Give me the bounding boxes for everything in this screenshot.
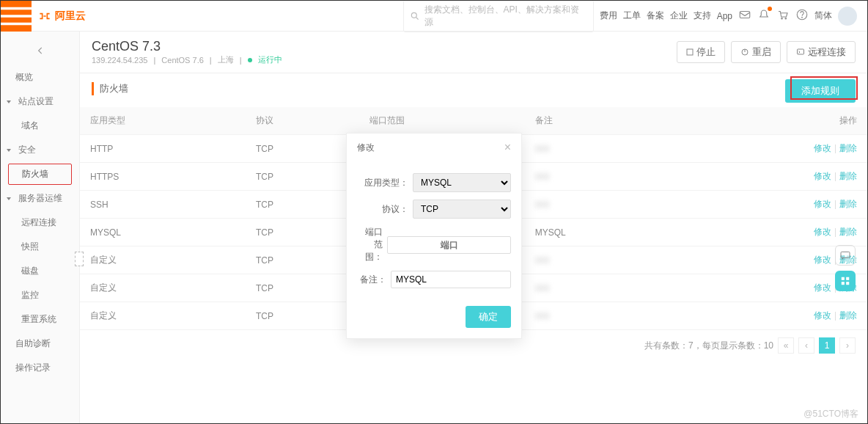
cart-icon[interactable]	[776, 8, 790, 23]
pagi-current[interactable]: 1	[819, 337, 835, 354]
logo-text: 阿里云	[55, 10, 86, 23]
svg-rect-0	[1, 7, 32, 10]
edit-link[interactable]: 修改	[814, 171, 831, 181]
delete-link[interactable]: 删除	[839, 227, 857, 237]
edit-link[interactable]: 修改	[814, 227, 831, 237]
float-apps-button[interactable]	[835, 271, 856, 291]
stop-button[interactable]: 停止	[677, 41, 725, 63]
svg-rect-14	[841, 252, 850, 257]
float-message-button[interactable]	[835, 245, 856, 266]
svg-rect-5	[740, 12, 750, 18]
sidebar-item-snapshot[interactable]: 快照	[1, 235, 79, 259]
input-port[interactable]	[387, 236, 511, 254]
sidebar: 概览 站点设置 域名 安全 防火墙 服务器运维 远程连接 快照 磁盘 监控 重置…	[1, 32, 80, 423]
toplink-ent[interactable]: 企业	[670, 10, 688, 22]
chevron-left-icon	[35, 45, 45, 56]
select-proto[interactable]: TCP	[413, 200, 511, 219]
edit-link[interactable]: 修改	[814, 255, 831, 265]
input-note[interactable]	[391, 271, 511, 288]
sidebar-item-remote[interactable]: 远程连接	[1, 211, 79, 235]
svg-point-3	[411, 12, 416, 18]
col-proto: 协议	[246, 107, 359, 135]
search-icon	[410, 11, 420, 21]
label-proto: 协议：	[357, 203, 408, 216]
svg-rect-15	[842, 277, 845, 280]
col-note: 备注	[525, 107, 677, 135]
edit-link[interactable]: 修改	[814, 282, 831, 293]
svg-point-7	[785, 18, 787, 20]
modal-ok-button[interactable]: 确定	[466, 306, 511, 328]
search-placeholder: 搜索文档、控制台、API、解决方案和资源	[424, 4, 587, 29]
edit-link[interactable]: 修改	[814, 199, 831, 209]
help-icon[interactable]	[795, 8, 809, 23]
back-button[interactable]	[1, 36, 79, 65]
pagi-prev[interactable]: ‹	[798, 337, 814, 354]
sidebar-item-security[interactable]: 安全	[1, 138, 79, 162]
svg-point-6	[781, 18, 783, 20]
status-dot-icon	[248, 58, 252, 62]
lang-switch[interactable]: 简体	[814, 10, 832, 22]
page-subtitle: 139.224.54.235| CentOS 7.6| 上海| 运行中	[92, 54, 282, 65]
sidebar-item-firewall[interactable]: 防火墙	[8, 164, 72, 185]
col-port: 端口范围	[359, 107, 525, 135]
menu-icon	[1, 1, 32, 32]
delete-link[interactable]: 删除	[839, 143, 857, 153]
logo-icon	[37, 9, 52, 23]
svg-rect-17	[842, 282, 845, 285]
label-port: 端口范围：	[357, 226, 383, 263]
sidebar-item-ops[interactable]: 服务器运维	[1, 186, 79, 211]
svg-point-9	[802, 17, 803, 18]
topbar: 阿里云 搜索文档、控制台、API、解决方案和资源 费用 工单 备案 企业 支持 …	[1, 1, 867, 32]
toplink-ticket[interactable]: 工单	[623, 10, 641, 22]
page-header: CentOS 7.3 139.224.54.235| CentOS 7.6| 上…	[80, 32, 867, 73]
bell-icon[interactable]	[757, 8, 770, 23]
svg-rect-2	[1, 22, 32, 25]
section-title: 防火墙	[92, 82, 856, 95]
delete-link[interactable]: 删除	[839, 199, 857, 209]
sidebar-item-domain[interactable]: 域名	[1, 114, 79, 138]
mail-icon[interactable]	[738, 8, 751, 23]
power-icon	[740, 48, 749, 56]
svg-rect-13	[798, 49, 804, 54]
toplink-fee[interactable]: 费用	[600, 10, 617, 22]
sidebar-item-disk[interactable]: 磁盘	[1, 259, 79, 283]
pagi-first[interactable]: «	[778, 337, 794, 354]
sidebar-resize-handle[interactable]	[75, 252, 84, 266]
sidebar-item-log[interactable]: 操作记录	[1, 356, 79, 380]
svg-rect-1	[1, 15, 32, 18]
terminal-icon	[796, 48, 805, 56]
avatar[interactable]	[838, 7, 857, 26]
sidebar-item-monitor[interactable]: 监控	[1, 283, 79, 307]
pagi-info: 共有条数：7，每页显示条数：10	[644, 340, 773, 352]
label-type: 应用类型：	[357, 177, 408, 189]
svg-line-4	[416, 17, 418, 19]
restart-button[interactable]: 重启	[731, 41, 781, 63]
toplink-icp[interactable]: 备案	[647, 10, 664, 22]
edit-rule-modal: 修改 × 应用类型：MYSQL 协议：TCP 端口范围： 备注： 确定	[346, 133, 522, 339]
svg-rect-16	[846, 277, 849, 280]
page-title: CentOS 7.3	[92, 39, 282, 54]
toplink-app[interactable]: App	[717, 11, 732, 21]
message-icon	[839, 249, 851, 261]
add-rule-button[interactable]: 添加规则	[785, 79, 856, 103]
sidebar-item-reset[interactable]: 重置系统	[1, 307, 79, 332]
sidebar-item-site[interactable]: 站点设置	[1, 89, 79, 114]
edit-link[interactable]: 修改	[814, 143, 831, 153]
remote-button[interactable]: 远程连接	[787, 41, 856, 63]
col-type: 应用类型	[80, 107, 246, 135]
toplink-support[interactable]: 支持	[694, 10, 711, 22]
search-input[interactable]: 搜索文档、控制台、API、解决方案和资源	[403, 0, 594, 32]
pagi-next[interactable]: ›	[839, 337, 856, 354]
sidebar-item-overview[interactable]: 概览	[1, 65, 79, 89]
delete-link[interactable]: 删除	[839, 171, 857, 181]
select-type[interactable]: MYSQL	[413, 173, 511, 192]
stop-icon	[686, 48, 694, 56]
col-action: 操作	[677, 107, 867, 135]
modal-close[interactable]: ×	[504, 141, 511, 154]
delete-link[interactable]: 删除	[839, 310, 857, 321]
logo[interactable]: 阿里云	[37, 9, 86, 23]
hamburger-menu[interactable]	[1, 1, 32, 32]
svg-rect-10	[687, 49, 693, 55]
edit-link[interactable]: 修改	[814, 310, 831, 321]
sidebar-item-diagnose[interactable]: 自助诊断	[1, 332, 79, 356]
